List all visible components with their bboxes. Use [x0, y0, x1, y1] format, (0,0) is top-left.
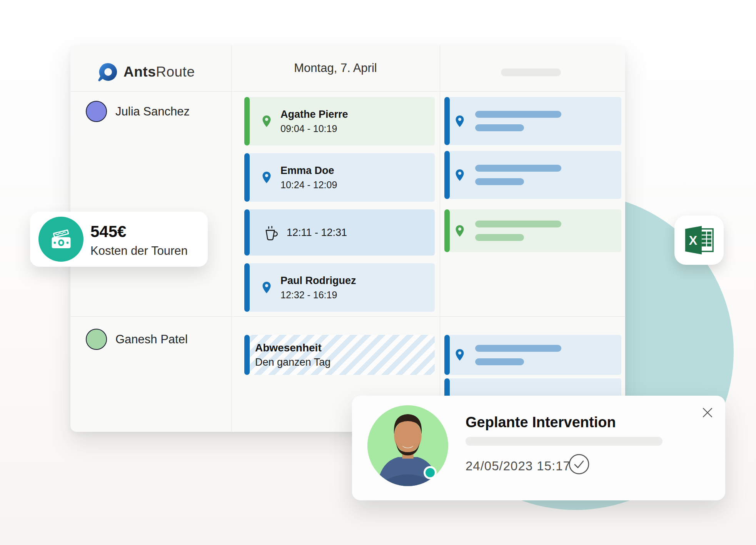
text-placeholder-bar	[475, 221, 561, 227]
header-divider	[70, 91, 625, 92]
popup-title: Geplante Intervention	[466, 414, 616, 431]
event-time: 09:04 - 10:19	[280, 123, 348, 134]
header-placeholder-bar	[501, 69, 561, 76]
event-color-bar	[444, 209, 450, 252]
event-card-absence[interactable]: Abwesenheit Den ganzen Tag	[244, 335, 435, 375]
tour-cost-card: 545€ Kosten der Touren	[30, 212, 208, 267]
event-card-skeleton[interactable]	[444, 97, 621, 145]
event-card-skeleton[interactable]	[444, 151, 621, 199]
avatar-julia	[86, 101, 107, 122]
cost-label: Kosten der Touren	[90, 244, 188, 258]
event-card-agathe[interactable]: Agathe Pierre 09:04 - 10:19	[244, 97, 435, 145]
event-color-bar	[244, 97, 250, 145]
text-placeholder-bar	[475, 165, 561, 172]
brand-logo: AntsRoute	[97, 62, 195, 82]
event-color-bar	[444, 151, 450, 199]
brand-name-bold: Ants	[123, 64, 156, 80]
driver-name: Ganesh Patel	[115, 333, 188, 346]
date-header: Montag, 7. April	[231, 45, 440, 91]
location-pin-icon	[453, 114, 467, 128]
event-color-bar	[444, 97, 450, 145]
absence-title: Abwesenheit	[255, 342, 330, 354]
text-placeholder-bar	[475, 124, 524, 131]
event-name: Agathe Pierre	[280, 109, 348, 120]
text-placeholder-bar	[475, 178, 524, 185]
event-card-skeleton[interactable]	[444, 335, 621, 375]
popup-datetime: 24/05/2023 15:17	[466, 459, 571, 473]
excel-icon: X	[683, 224, 716, 257]
location-pin-icon	[260, 171, 274, 184]
page-canvas: AntsRoute Montag, 7. April Julia Sanchez…	[0, 0, 756, 545]
location-pin-icon	[453, 348, 467, 362]
cost-amount: 545€	[90, 222, 126, 241]
brand-name: AntsRoute	[123, 64, 195, 80]
antsroute-logo-icon	[97, 62, 117, 82]
event-color-bar	[244, 263, 250, 312]
intervention-popup: Geplante Intervention 24/05/2023 15:17	[352, 396, 725, 500]
location-pin-icon	[453, 224, 467, 238]
event-card-paul[interactable]: Paul Rodriguez 12:32 - 16:19	[244, 263, 435, 312]
driver-name: Julia Sanchez	[115, 105, 190, 119]
check-circle-icon[interactable]	[568, 453, 590, 475]
event-card-emma[interactable]: Emma Doe 10:24 - 12:09	[244, 153, 435, 202]
sidebar-item-ganesh[interactable]: Ganesh Patel	[86, 329, 188, 350]
text-placeholder-bar	[475, 234, 524, 241]
event-color-bar	[444, 335, 450, 375]
event-color-bar	[244, 153, 250, 202]
event-card-skeleton[interactable]	[444, 209, 621, 252]
event-time: 12:11 - 12:31	[287, 227, 347, 239]
location-pin-icon	[260, 281, 274, 294]
text-placeholder-bar	[475, 358, 524, 365]
sidebar-item-julia[interactable]: Julia Sanchez	[86, 101, 190, 122]
online-status-dot	[424, 466, 437, 479]
text-placeholder-bar	[475, 111, 561, 118]
brand-name-light: Route	[156, 64, 195, 80]
money-banknote-icon	[38, 217, 83, 262]
event-color-bar	[244, 209, 250, 256]
column-divider	[440, 45, 440, 432]
event-color-bar	[244, 335, 250, 375]
location-pin-icon	[453, 168, 467, 182]
event-time: 10:24 - 12:09	[280, 179, 337, 191]
event-card-break[interactable]: 12:11 - 12:31	[244, 209, 435, 256]
close-icon[interactable]	[701, 406, 714, 419]
event-name: Paul Rodriguez	[280, 275, 356, 287]
svg-text:X: X	[689, 233, 698, 247]
text-placeholder-bar	[466, 437, 663, 446]
text-placeholder-bar	[475, 345, 561, 352]
event-time: 12:32 - 16:19	[280, 289, 356, 301]
coffee-cup-icon	[261, 224, 279, 241]
avatar-ganesh	[86, 329, 107, 350]
column-divider	[231, 45, 232, 432]
absence-subtitle: Den ganzen Tag	[255, 356, 330, 368]
event-name: Emma Doe	[280, 165, 337, 177]
row-divider	[70, 316, 625, 317]
location-pin-icon	[260, 114, 274, 128]
excel-export-button[interactable]: X	[674, 216, 724, 265]
